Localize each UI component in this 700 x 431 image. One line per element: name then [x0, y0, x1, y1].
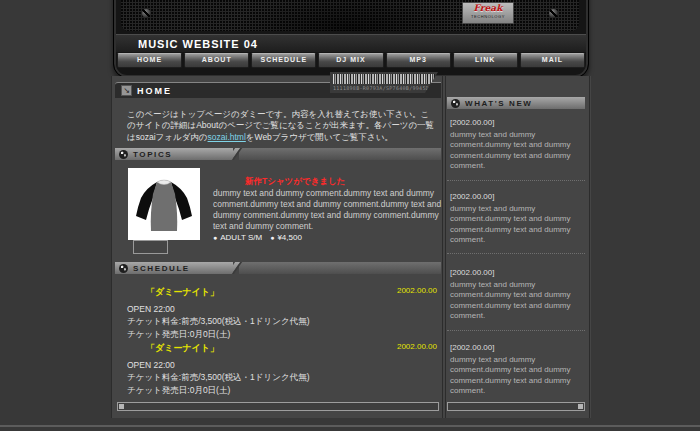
option-price: ¥4,500: [277, 233, 301, 242]
event-details: OPEN 22:00 チケット料金:前売/3,500(税込・1ドリンク代無) チ…: [127, 303, 427, 340]
divider: [442, 76, 443, 418]
divider: [445, 76, 446, 418]
screw-icon: [142, 9, 151, 18]
bullet-icon: ●: [270, 234, 274, 241]
sozai-link[interactable]: sozai.html: [208, 132, 246, 142]
topic-body: dummy text and dummy comment.dummy text …: [213, 188, 443, 232]
event-ticket-date: チケット発売日:0月0日(土): [127, 328, 427, 340]
event-ticket-date: チケット発売日:0月0日(土): [127, 384, 427, 396]
schedule-header-bar: SCHEDULE: [115, 262, 441, 274]
header-tail: [239, 148, 441, 160]
tshirt-graphic: [128, 168, 200, 240]
brand-badge: Freak TECHNOLOGY: [462, 2, 514, 24]
bullet-icon: ●: [213, 234, 217, 241]
brand-sub-label: TECHNOLOGY: [463, 14, 513, 19]
tshirt-image: [128, 168, 200, 240]
event-date: 2002.00.00: [337, 342, 437, 351]
footer-bar-handle: [119, 404, 124, 409]
event-date: 2002.00.00: [337, 286, 437, 295]
news-date: [2002.00.00]: [450, 343, 580, 352]
news-text: dummy text and dummy comment.dummy text …: [450, 130, 580, 172]
nav-button-mp3[interactable]: MP3: [386, 53, 451, 68]
speaker-header: Freak TECHNOLOGY MUSIC WEBSITE 04 HOME A…: [113, 0, 589, 78]
news-date: [2002.00.00]: [450, 118, 580, 127]
arrow-icon: ↘: [121, 85, 132, 96]
dotted-separator: [447, 253, 585, 254]
barcode-decoration: 1111898B-R0793A/SP7640B/9945D: [330, 72, 438, 93]
news-text: dummy text and dummy comment.dummy text …: [450, 280, 580, 322]
content-panel: ↘ HOME 1111898B-R0793A/SP7640B/9945D このペ…: [111, 76, 591, 418]
event-title: 「ダミーナイト」: [146, 342, 219, 355]
nav-button-link[interactable]: LINK: [453, 53, 518, 68]
event-open-time: OPEN 22:00: [127, 359, 427, 371]
news-entry: [2002.00.00] dummy text and dummy commen…: [450, 118, 580, 172]
whatsnew-header-label: WHAT'S NEW: [465, 99, 533, 108]
news-text: dummy text and dummy comment.dummy text …: [450, 355, 580, 397]
option-size: ADULT S/M: [220, 233, 262, 242]
topic-title: 新作Tシャツができました: [245, 176, 346, 188]
divider: [111, 76, 112, 418]
dotted-separator: [447, 330, 585, 331]
event-ticket-price: チケット料金:前売/3,500(税込・1ドリンク代無): [127, 371, 427, 383]
intro-text-after: をWebブラウザで開いてご覧下さい。: [246, 132, 393, 142]
footer-bar: [117, 402, 439, 411]
divider: [589, 76, 590, 418]
event-details: OPEN 22:00 チケット料金:前売/3,500(税込・1ドリンク代無) チ…: [127, 359, 427, 396]
topics-header-bar: TOPICS: [115, 148, 441, 160]
page-title: HOME: [137, 86, 172, 96]
barcode-serial: 1111898B-R0793A/SP7640B/9945D: [333, 85, 435, 91]
news-text: dummy text and dummy comment.dummy text …: [450, 204, 580, 246]
whatsnew-header-bar: WHAT'S NEW: [447, 97, 585, 109]
event-title: 「ダミーナイト」: [146, 286, 219, 299]
speaker-dot-icon: [119, 264, 128, 273]
speaker-dot-icon: [451, 99, 460, 108]
news-entry: [2002.00.00] dummy text and dummy commen…: [450, 268, 580, 322]
header-tail: [239, 262, 441, 274]
tag-outline: [133, 240, 168, 254]
brand-logo: Freak: [463, 3, 513, 14]
nav-button-schedule[interactable]: SCHEDULE: [251, 53, 316, 68]
news-date: [2002.00.00]: [450, 192, 580, 201]
topic-options: ●ADULT S/M●¥4,500: [213, 233, 310, 242]
intro-paragraph: このページはトップページのダミーです。内容を入れ替えてお使い下さい。このサイトの…: [127, 109, 437, 143]
footer-bar-handle: [578, 404, 583, 409]
footer-bar: [447, 402, 585, 411]
speaker-dot-icon: [119, 150, 128, 159]
nav-button-about[interactable]: ABOUT: [184, 53, 249, 68]
event-ticket-price: チケット料金:前売/3,500(税込・1ドリンク代無): [127, 315, 427, 327]
topics-header-label: TOPICS: [133, 150, 172, 159]
nav-button-mail[interactable]: MAIL: [520, 53, 585, 68]
schedule-header-label: SCHEDULE: [133, 264, 190, 273]
news-date: [2002.00.00]: [450, 268, 580, 277]
dotted-separator: [447, 180, 585, 181]
site-title: MUSIC WEBSITE 04: [116, 34, 586, 52]
news-entry: [2002.00.00] dummy text and dummy commen…: [450, 192, 580, 246]
news-entry: [2002.00.00] dummy text and dummy commen…: [450, 343, 580, 397]
main-nav: HOME ABOUT SCHEDULE DJ MIX MP3 LINK MAIL: [117, 53, 585, 68]
barcode-stripes: [333, 74, 435, 84]
nav-button-djmix[interactable]: DJ MIX: [318, 53, 383, 68]
bottom-edge-line: [0, 425, 700, 427]
page: Freak TECHNOLOGY MUSIC WEBSITE 04 HOME A…: [0, 0, 700, 431]
nav-button-home[interactable]: HOME: [117, 53, 182, 68]
event-open-time: OPEN 22:00: [127, 303, 427, 315]
screw-icon: [549, 9, 558, 18]
